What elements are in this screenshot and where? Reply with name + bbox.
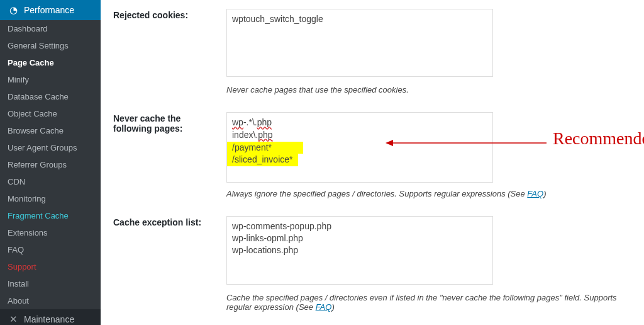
submenu-about[interactable]: About bbox=[0, 292, 101, 309]
textarea-rejected-cookies[interactable] bbox=[226, 9, 493, 77]
menu-maintenance[interactable]: ✕ Maintenance bbox=[0, 309, 101, 325]
submenu-object-cache[interactable]: Object Cache bbox=[0, 105, 101, 122]
field-never-cache: Never cache the following pages: wp-.*\.… bbox=[113, 103, 631, 207]
menu-performance[interactable]: ◔ Performance bbox=[0, 0, 101, 20]
submenu-support[interactable]: Support bbox=[0, 258, 101, 275]
field-cache-exception: Cache exception list: Cache the specifie… bbox=[113, 207, 631, 320]
menu-label: Maintenance bbox=[24, 314, 74, 324]
label-cache-exception: Cache exception list: bbox=[113, 216, 226, 227]
submenu-database-cache[interactable]: Database Cache bbox=[0, 88, 101, 105]
link-faq[interactable]: FAQ bbox=[527, 189, 543, 198]
textarea-never-cache[interactable]: wp-.*\.php index\.php /payment* /sliced_… bbox=[226, 112, 493, 183]
menu-label: Performance bbox=[24, 5, 74, 15]
submenu-referrer-groups[interactable]: Referrer Groups bbox=[0, 156, 101, 173]
field-non-trailing: Non-trailing slash pages: Cache the spec… bbox=[113, 321, 631, 325]
field-rejected-cookies: Rejected cookies: Never cache pages that… bbox=[113, 0, 631, 103]
textarea-cache-exception[interactable] bbox=[226, 216, 493, 284]
label-rejected-cookies: Rejected cookies: bbox=[113, 9, 226, 20]
submenu-user-agent-groups[interactable]: User Agent Groups bbox=[0, 139, 101, 156]
submenu-fragment-cache[interactable]: Fragment Cache bbox=[0, 207, 101, 224]
submenu-cdn[interactable]: CDN bbox=[0, 173, 101, 190]
submenu-minify[interactable]: Minify bbox=[0, 71, 101, 88]
submenu-general-settings[interactable]: General Settings bbox=[0, 37, 101, 54]
submenu-monitoring[interactable]: Monitoring bbox=[0, 190, 101, 207]
submenu-extensions[interactable]: Extensions bbox=[0, 224, 101, 241]
tools-icon: ✕ bbox=[8, 314, 19, 325]
gauge-icon: ◔ bbox=[8, 4, 19, 16]
link-faq[interactable]: FAQ bbox=[316, 302, 332, 312]
annotation-recommended: Recommended bbox=[553, 128, 644, 149]
submenu-performance: Dashboard General Settings Page Cache Mi… bbox=[0, 20, 101, 309]
highlight-sliced-invoice: /sliced_invoice* bbox=[227, 154, 298, 166]
desc-cache-exception: Cache the specified pages / directories … bbox=[226, 293, 631, 312]
submenu-page-cache[interactable]: Page Cache bbox=[0, 54, 101, 71]
highlight-payment: /payment* bbox=[227, 142, 303, 154]
desc-never-cache: Always ignore the specified pages / dire… bbox=[226, 189, 631, 198]
submenu-install[interactable]: Install bbox=[0, 275, 101, 292]
submenu-faq[interactable]: FAQ bbox=[0, 241, 101, 258]
desc-rejected-cookies: Never cache pages that use the specified… bbox=[226, 85, 631, 94]
settings-panel: Rejected cookies: Never cache pages that… bbox=[101, 0, 644, 325]
submenu-dashboard[interactable]: Dashboard bbox=[0, 20, 101, 37]
admin-sidebar: ◔ Performance Dashboard General Settings… bbox=[0, 0, 101, 325]
label-never-cache: Never cache the following pages: bbox=[113, 112, 226, 134]
submenu-browser-cache[interactable]: Browser Cache bbox=[0, 122, 101, 139]
